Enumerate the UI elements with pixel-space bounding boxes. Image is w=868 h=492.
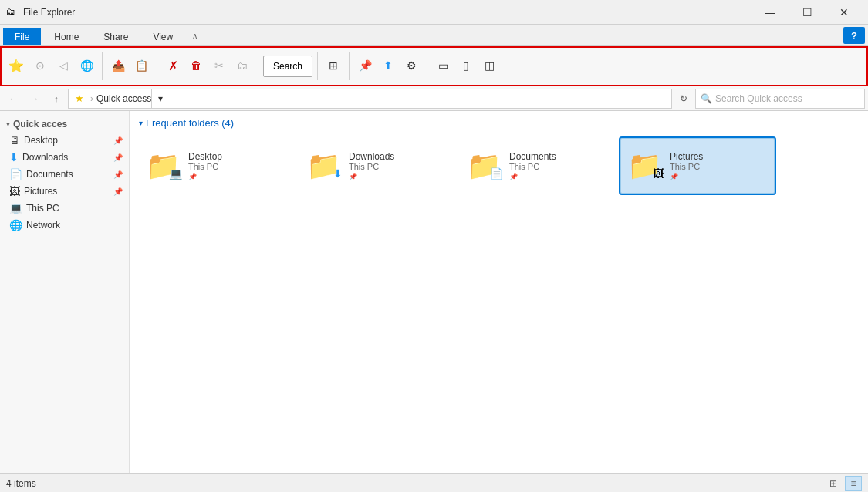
sidebar-item-label: Documents: [26, 169, 73, 180]
back-button[interactable]: ◁: [52, 49, 74, 83]
search-icon: 🔍: [701, 93, 712, 104]
minimize-button[interactable]: —: [752, 0, 788, 25]
tab-share[interactable]: Share: [92, 28, 140, 45]
folder-badge-downloads: ⬇: [333, 167, 343, 180]
rename-button[interactable]: ✂: [208, 49, 230, 83]
globe-button[interactable]: 🌐: [76, 49, 97, 83]
delete-perm-button[interactable]: 🗑: [185, 49, 207, 83]
refresh-button[interactable]: ↻: [674, 89, 694, 109]
globe-icon: 🌐: [80, 59, 93, 72]
tab-home[interactable]: Home: [42, 28, 90, 45]
chevron-down-icon: ▾: [139, 119, 143, 127]
content-area: ▾ Frequent folders (4) 📁 💻 Desktop This …: [130, 111, 868, 473]
forward-nav-button[interactable]: →: [25, 89, 45, 109]
chevron-down-icon: ▾: [6, 120, 10, 128]
toolbar-separator-2: [157, 52, 157, 80]
folder-name-downloads: Downloads: [349, 151, 394, 162]
layout1-button[interactable]: ▭: [432, 49, 454, 83]
maximize-button[interactable]: ☐: [789, 0, 825, 25]
folder-loc-documents: This PC: [509, 162, 556, 171]
pictures-icon: 🖼: [9, 185, 20, 197]
pin-button[interactable]: 📌: [354, 49, 376, 83]
favorites-button[interactable]: ⭐: [5, 49, 28, 83]
ribbon-expand-icon[interactable]: ∧: [186, 27, 203, 44]
up-nav-button[interactable]: ↑: [46, 89, 66, 109]
new-folder-button[interactable]: 🗂: [231, 49, 253, 83]
rename-icon: ✂: [214, 59, 224, 72]
frequent-header-label: Frequent folders (4): [146, 117, 234, 129]
folder-item-downloads[interactable]: 📁 ⬇ Downloads This PC 📌: [299, 138, 454, 194]
status-count: 4 items: [6, 478, 36, 489]
view-list-button[interactable]: ≡: [845, 476, 862, 491]
folder-loc-desktop: This PC: [188, 162, 222, 171]
properties-button[interactable]: ⚙: [400, 49, 422, 83]
toolbar-separator-6: [427, 52, 427, 80]
app-icon: 🗂: [6, 6, 19, 19]
star-icon: ⭐: [8, 59, 24, 73]
toolbar-separator-3: [258, 52, 258, 80]
folder-info-desktop: Desktop This PC 📌: [188, 151, 222, 180]
sidebar-section-quickaccess[interactable]: ▾ Quick acces: [0, 114, 129, 132]
folder-info-downloads: Downloads This PC 📌: [349, 151, 394, 180]
layout3-button[interactable]: ◫: [478, 49, 500, 83]
paste-button[interactable]: 📋: [130, 49, 152, 83]
sidebar-item-documents[interactable]: 📄 Documents 📌: [0, 166, 129, 183]
folder-info-pictures: Pictures This PC 📌: [670, 151, 703, 180]
folder-item-documents[interactable]: 📁 📄 Documents This PC 📌: [460, 138, 614, 194]
properties-icon: ⚙: [407, 59, 417, 72]
frequent-folders-header: ▾ Frequent folders (4): [139, 117, 859, 129]
large-icons-button[interactable]: ⊞: [323, 49, 344, 83]
back-nav-button[interactable]: ←: [3, 89, 23, 109]
history-icon: ⊙: [35, 59, 45, 72]
tab-file[interactable]: File: [3, 28, 41, 45]
folder-info-documents: Documents This PC 📌: [509, 151, 556, 180]
path-dropdown-icon[interactable]: ▾: [151, 89, 168, 109]
sidebar-item-thispc[interactable]: 💻 This PC: [0, 200, 129, 217]
layout2-icon: ▯: [463, 59, 469, 72]
layout1-icon: ▭: [438, 59, 448, 72]
address-path[interactable]: ★ › Quick access ▾: [68, 89, 672, 109]
copy-path-button[interactable]: 📤: [107, 49, 129, 83]
folder-icon-wrap-desktop: 📁 💻: [146, 152, 181, 180]
ribbon-tabs: File Home Share View ∧ ?: [0, 25, 868, 46]
sidebar-item-label: Downloads: [22, 152, 68, 163]
folder-pin-downloads: 📌: [349, 173, 394, 180]
sidebar: ▾ Quick acces 🖥 Desktop 📌 ⬇ Downloads 📌 …: [0, 111, 130, 473]
pin-icon: 📌: [113, 187, 123, 196]
app-title: File Explorer: [23, 7, 752, 18]
sidebar-item-downloads[interactable]: ⬇ Downloads 📌: [0, 149, 129, 166]
large-icons-icon: ⊞: [329, 59, 338, 72]
pin-icon: 📌: [113, 170, 123, 179]
folder-item-desktop[interactable]: 📁 💻 Desktop This PC 📌: [139, 138, 293, 194]
sidebar-item-desktop[interactable]: 🖥 Desktop 📌: [0, 132, 129, 149]
thispc-icon: 💻: [9, 202, 22, 214]
window-controls: — ☐ ✕: [752, 0, 862, 25]
search-box[interactable]: 🔍 Search Quick access: [695, 89, 865, 109]
delete-button[interactable]: ✗: [162, 49, 184, 83]
up-button[interactable]: ⬆: [377, 49, 399, 83]
main-area: ▾ Quick acces 🖥 Desktop 📌 ⬇ Downloads 📌 …: [0, 111, 868, 473]
up-icon: ⬆: [383, 59, 393, 72]
sidebar-item-label: Desktop: [24, 135, 58, 146]
sidebar-item-network[interactable]: 🌐 Network: [0, 217, 129, 234]
network-icon: 🌐: [9, 219, 22, 231]
close-button[interactable]: ✕: [826, 0, 862, 25]
search-placeholder: Search Quick access: [715, 93, 802, 104]
search-button[interactable]: Search: [263, 56, 312, 77]
sidebar-item-label: Network: [26, 220, 60, 231]
folder-item-pictures[interactable]: 📁 🖼 Pictures This PC 📌: [620, 138, 775, 194]
folder-badge-pictures: 🖼: [653, 167, 664, 180]
status-view-controls: ⊞ ≡: [825, 476, 862, 491]
folder-name-desktop: Desktop: [188, 151, 222, 162]
ribbon-toolbar: ⭐ ⊙ ◁ 🌐 📤 📋 ✗ 🗑 ✂ 🗂 Search ⊞ 📌 ⬆ ⚙: [0, 46, 868, 86]
folder-pin-desktop: 📌: [188, 173, 222, 180]
downloads-icon: ⬇: [9, 151, 19, 163]
history-button[interactable]: ⊙: [29, 49, 51, 83]
layout2-button[interactable]: ▯: [455, 49, 477, 83]
sidebar-item-pictures[interactable]: 🖼 Pictures 📌: [0, 183, 129, 200]
title-bar: 🗂 File Explorer — ☐ ✕: [0, 0, 868, 25]
tab-view[interactable]: View: [141, 28, 184, 45]
paste-icon: 📋: [135, 59, 148, 72]
view-large-icon-button[interactable]: ⊞: [825, 476, 842, 491]
help-button[interactable]: ?: [843, 27, 865, 44]
